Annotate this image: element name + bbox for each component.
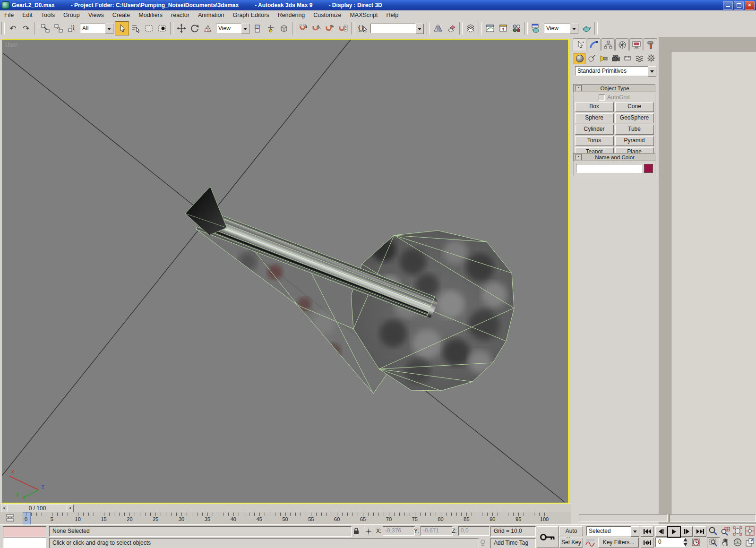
object-type-button[interactable]: Tube: [615, 125, 654, 135]
snap-toggle-3d-button[interactable]: 3: [297, 22, 310, 35]
align-button[interactable]: [445, 22, 458, 35]
category-lights[interactable]: [598, 53, 609, 63]
z-coord-field[interactable]: 0,0: [458, 526, 490, 536]
menu-item[interactable]: Animation: [194, 11, 229, 20]
maxscript-mini-listener-white[interactable]: [3, 538, 46, 548]
key-mode-toggle-button[interactable]: [641, 538, 653, 548]
render-scene-button[interactable]: [529, 22, 542, 35]
menu-item[interactable]: Help: [382, 11, 403, 20]
default-tangent-button[interactable]: [585, 538, 595, 547]
time-slider-prev[interactable]: <: [1, 505, 8, 513]
selection-lock-icon[interactable]: [352, 527, 360, 535]
x-coord-field[interactable]: -0,376: [383, 526, 415, 536]
layer-manager-button[interactable]: [464, 22, 477, 35]
frame-spinner[interactable]: [683, 538, 688, 547]
zoom-all-button[interactable]: [719, 526, 731, 536]
select-object-button[interactable]: [115, 21, 129, 35]
object-type-button[interactable]: Cylinder: [575, 125, 614, 135]
region-zoom-button[interactable]: [707, 537, 720, 548]
angle-snap-button[interactable]: [310, 22, 323, 35]
min-max-toggle-button[interactable]: [744, 537, 756, 548]
curve-editor-button[interactable]: [483, 22, 497, 35]
tab-modify[interactable]: [587, 38, 601, 51]
category-shapes[interactable]: [586, 53, 597, 63]
object-type-button[interactable]: Sphere: [575, 113, 614, 123]
next-frame-button[interactable]: [681, 526, 693, 537]
absolute-offset-toggle[interactable]: [364, 527, 373, 536]
use-pivot-center-button[interactable]: [251, 22, 264, 35]
communicator-icon[interactable]: [479, 539, 487, 547]
zoom-extents-all-button[interactable]: [744, 526, 756, 536]
collapse-icon[interactable]: -: [576, 154, 582, 160]
go-to-start-button[interactable]: [641, 526, 653, 537]
y-coord-field[interactable]: -0,671: [421, 526, 453, 536]
keyboard-override-button[interactable]: [277, 22, 291, 35]
object-type-button[interactable]: GeoSphere: [615, 113, 654, 123]
quick-render-button[interactable]: [580, 22, 593, 35]
rectangular-selection-region-button[interactable]: [142, 22, 155, 35]
tab-utilities[interactable]: [644, 38, 657, 51]
object-type-button[interactable]: Box: [575, 102, 614, 112]
unlink-selection-button[interactable]: [52, 22, 65, 35]
time-slider-next[interactable]: >: [67, 505, 74, 513]
key-mode-dropdown[interactable]: Selected: [586, 526, 639, 536]
set-key-button[interactable]: Set Key: [559, 538, 583, 548]
category-helpers[interactable]: [622, 53, 633, 63]
object-type-button[interactable]: Cone: [615, 102, 654, 112]
time-slider-track[interactable]: < 0 / 100 >: [0, 504, 571, 513]
menu-item[interactable]: Create: [108, 11, 135, 20]
category-geometry[interactable]: [574, 53, 585, 64]
primitives-dropdown[interactable]: Standard Primitives: [575, 66, 656, 76]
menu-item[interactable]: reactor: [167, 11, 194, 20]
auto-key-button[interactable]: Auto Key: [559, 526, 583, 536]
previous-frame-button[interactable]: [655, 526, 667, 537]
name-color-header[interactable]: - Name and Color: [573, 153, 655, 161]
menu-item[interactable]: File: [0, 11, 18, 20]
maxscript-mini-listener-pink[interactable]: [3, 526, 46, 537]
tab-hierarchy[interactable]: [601, 38, 615, 51]
menu-item[interactable]: Customize: [309, 11, 345, 20]
close-button[interactable]: ×: [745, 1, 755, 10]
zoom-extents-button[interactable]: [731, 526, 744, 536]
play-button[interactable]: [667, 526, 681, 538]
material-editor-button[interactable]: [510, 22, 523, 35]
menu-item[interactable]: Group: [59, 11, 84, 20]
viewport-user[interactable]: x z y User: [1, 39, 569, 504]
undo-button[interactable]: ↶: [6, 22, 19, 35]
object-name-input[interactable]: [576, 164, 642, 173]
select-and-link-button[interactable]: [39, 22, 52, 35]
object-color-swatch[interactable]: [644, 164, 653, 173]
object-type-button[interactable]: Torus: [575, 136, 614, 146]
menu-item[interactable]: Graph Editors: [229, 11, 274, 20]
current-frame-field[interactable]: 0: [655, 538, 685, 547]
named-selection-dropdown[interactable]: [370, 24, 424, 33]
time-slider-button[interactable]: 0 / 100: [8, 505, 67, 513]
selection-filter-dropdown[interactable]: All: [80, 24, 113, 33]
select-by-name-button[interactable]: [129, 22, 142, 35]
zoom-button[interactable]: [707, 526, 719, 536]
edit-named-selections-button[interactable]: { }ABC: [356, 22, 369, 35]
redo-button[interactable]: ↷: [19, 22, 33, 35]
pan-button[interactable]: [719, 537, 731, 548]
category-cameras[interactable]: [610, 53, 621, 63]
mini-curve-editor-icon[interactable]: [6, 514, 15, 522]
bind-to-space-warp-button[interactable]: [65, 22, 78, 35]
mirror-button[interactable]: [431, 22, 445, 35]
arc-rotate-button[interactable]: [731, 537, 744, 548]
spinner-snap-button[interactable]: [336, 22, 350, 35]
timeline-ruler[interactable]: 0510152025303540455055606570758085909510…: [0, 512, 571, 525]
render-type-dropdown[interactable]: View: [544, 24, 578, 33]
minimize-button[interactable]: [723, 1, 733, 10]
menu-item[interactable]: MAXScript: [345, 11, 382, 20]
time-configuration-button[interactable]: [692, 538, 701, 547]
select-and-scale-button[interactable]: [201, 22, 215, 35]
reference-coordinate-dropdown[interactable]: View: [216, 24, 249, 33]
window-crossing-button[interactable]: [155, 22, 169, 35]
key-filters-button[interactable]: Key Filters...: [598, 538, 639, 548]
percent-snap-button[interactable]: %: [323, 22, 336, 35]
add-time-tag[interactable]: Add Time Tag: [490, 538, 536, 548]
tab-motion[interactable]: [615, 38, 629, 51]
select-and-move-button[interactable]: [175, 22, 188, 35]
viewport-label[interactable]: User: [5, 42, 17, 48]
maximize-button[interactable]: [734, 1, 744, 10]
